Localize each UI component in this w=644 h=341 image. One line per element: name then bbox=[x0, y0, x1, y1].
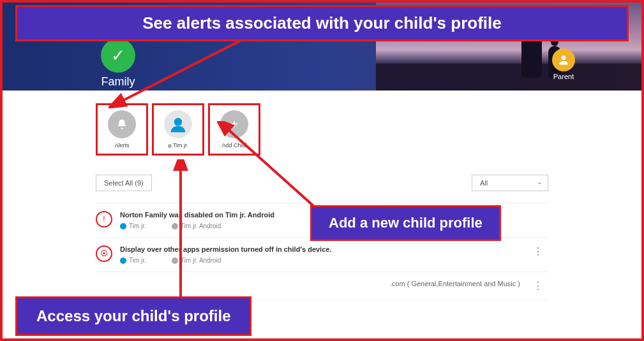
alerts-toolbar: Select All (9) All bbox=[96, 175, 548, 191]
family-check-icon: ✓ bbox=[101, 38, 135, 73]
alerts-card-label: Alerts bbox=[114, 142, 129, 149]
ground-silhouette bbox=[376, 64, 644, 91]
child-mini-icon bbox=[120, 223, 126, 229]
child-mini-icon bbox=[120, 258, 126, 264]
status-dot-icon bbox=[168, 144, 172, 148]
annotation-bot: Access your child's profile bbox=[15, 296, 251, 336]
svg-point-0 bbox=[562, 55, 566, 60]
parent-badge[interactable]: Parent bbox=[552, 48, 575, 80]
alert-body: .com ( General,Entertainment and Music ) bbox=[96, 280, 520, 291]
kebab-menu-icon[interactable]: ⋮ bbox=[528, 245, 548, 258]
alert-title: Display over other apps permission turne… bbox=[120, 245, 520, 253]
plus-icon: + bbox=[220, 110, 248, 138]
bell-icon bbox=[108, 110, 136, 138]
svg-point-1 bbox=[174, 118, 183, 126]
add-child-label: Add Child bbox=[221, 142, 246, 149]
child-avatar-icon bbox=[164, 110, 192, 138]
alert-meta: Tim jr. Tim jr. Android bbox=[120, 257, 520, 264]
annotation-mid: Add a new child profile bbox=[310, 205, 501, 241]
device-mini-icon bbox=[172, 223, 178, 229]
alert-title: .com ( General,Entertainment and Music ) bbox=[96, 280, 520, 287]
annotation-top: See alerts associated with your child's … bbox=[15, 5, 629, 41]
alert-display-icon: ⦿ bbox=[96, 245, 112, 262]
alerts-card[interactable]: Alerts bbox=[96, 103, 148, 156]
filter-dropdown[interactable]: All bbox=[472, 175, 548, 191]
alert-child-tag: Tim jr. bbox=[120, 257, 146, 264]
alert-device-tag: Tim jr. Android bbox=[172, 257, 221, 264]
parent-avatar-icon bbox=[552, 48, 575, 71]
alert-child-tag: Tim jr. bbox=[120, 222, 146, 229]
family-label: Family bbox=[101, 75, 135, 89]
child-profile-card[interactable]: Tim jr. bbox=[152, 103, 204, 156]
profile-card-row: Alerts Tim jr. + Add Child bbox=[96, 103, 548, 156]
alert-warning-icon: ! bbox=[96, 211, 112, 228]
alert-device-tag: Tim jr. Android bbox=[172, 222, 221, 229]
add-child-card[interactable]: + Add Child bbox=[208, 103, 260, 156]
main-content: Alerts Tim jr. + Add Child Select All (9… bbox=[0, 91, 644, 300]
filter-value: All bbox=[480, 179, 488, 187]
select-all-button[interactable]: Select All (9) bbox=[96, 175, 152, 191]
alert-body: Display over other apps permission turne… bbox=[120, 245, 520, 264]
device-mini-icon bbox=[172, 258, 178, 264]
family-badge[interactable]: ✓ Family bbox=[101, 38, 135, 89]
kebab-menu-icon[interactable]: ⋮ bbox=[528, 280, 548, 292]
alert-row[interactable]: ⦿ Display over other apps permission tur… bbox=[96, 238, 548, 272]
parent-label: Parent bbox=[552, 73, 575, 80]
child-card-label: Tim jr. bbox=[168, 142, 188, 149]
